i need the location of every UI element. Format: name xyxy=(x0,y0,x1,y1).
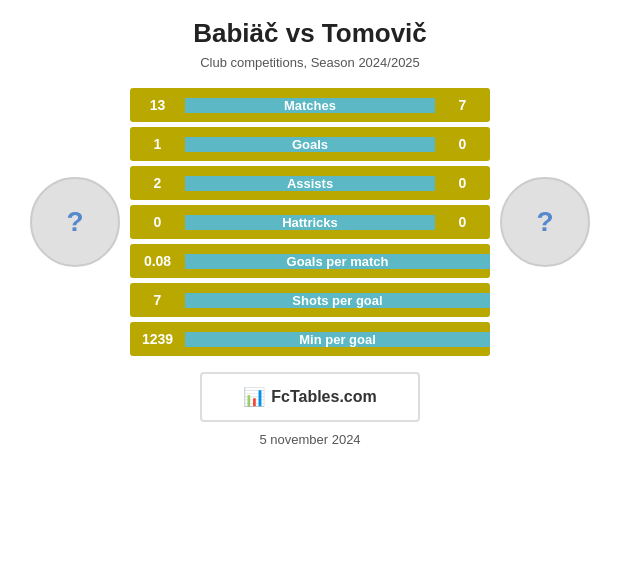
stat-label-goals-per-match: Goals per match xyxy=(185,254,490,269)
stat-left-shots-per-goal: 7 xyxy=(130,292,185,308)
stat-label-hattricks: Hattricks xyxy=(185,215,435,230)
stat-label-goals: Goals xyxy=(185,137,435,152)
stat-label-shots-per-goal: Shots per goal xyxy=(185,293,490,308)
stat-label-min-per-goal: Min per goal xyxy=(185,332,490,347)
stat-row-hattricks: 0Hattricks0 xyxy=(130,205,490,239)
stat-row-assists: 2Assists0 xyxy=(130,166,490,200)
stat-right-assists: 0 xyxy=(435,175,490,191)
stat-row-matches: 13Matches7 xyxy=(130,88,490,122)
stat-left-assists: 2 xyxy=(130,175,185,191)
stat-left-goals: 1 xyxy=(130,136,185,152)
player-avatar-left: ? xyxy=(30,177,120,267)
footer-date: 5 november 2024 xyxy=(259,432,360,447)
stat-label-assists: Assists xyxy=(185,176,435,191)
subtitle: Club competitions, Season 2024/2025 xyxy=(193,55,427,70)
main-content: ? 13Matches71Goals02Assists00Hattricks00… xyxy=(0,88,620,356)
logo-icon: 📊 xyxy=(243,386,265,408)
stat-row-goals: 1Goals0 xyxy=(130,127,490,161)
stat-row-min-per-goal: 1239Min per goal xyxy=(130,322,490,356)
stat-right-hattricks: 0 xyxy=(435,214,490,230)
player-avatar-right: ? xyxy=(500,177,590,267)
stat-left-min-per-goal: 1239 xyxy=(130,331,185,347)
logo-text: FcTables.com xyxy=(271,388,377,406)
stat-row-shots-per-goal: 7Shots per goal xyxy=(130,283,490,317)
logo-area: 📊 FcTables.com xyxy=(200,372,420,422)
stat-label-matches: Matches xyxy=(185,98,435,113)
header: Babiäč vs Tomovič Club competitions, Sea… xyxy=(173,0,447,78)
stat-right-goals: 0 xyxy=(435,136,490,152)
stat-left-hattricks: 0 xyxy=(130,214,185,230)
stat-right-matches: 7 xyxy=(435,97,490,113)
avatar-placeholder-left: ? xyxy=(66,206,83,238)
page-title: Babiäč vs Tomovič xyxy=(193,18,427,49)
avatar-placeholder-right: ? xyxy=(536,206,553,238)
stat-left-matches: 13 xyxy=(130,97,185,113)
stats-container: 13Matches71Goals02Assists00Hattricks00.0… xyxy=(130,88,490,356)
stat-row-goals-per-match: 0.08Goals per match xyxy=(130,244,490,278)
stat-left-goals-per-match: 0.08 xyxy=(130,253,185,269)
